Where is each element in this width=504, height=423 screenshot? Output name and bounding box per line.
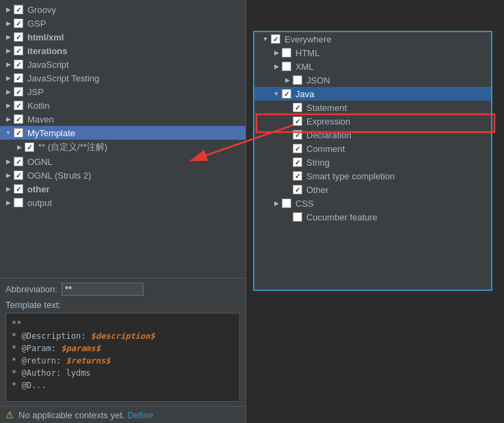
tree-item-ognl[interactable]: OGNL <box>0 155 246 168</box>
right-expander-comment <box>282 143 293 154</box>
right-checkbox-java[interactable] <box>282 89 291 99</box>
expander-javascript <box>3 59 14 70</box>
right-tree-item-java[interactable]: Java <box>254 87 491 101</box>
warning-bar: ⚠ No applicable contexts yet. Define <box>0 406 246 423</box>
tree-item-ognlstruts[interactable]: OGNL (Struts 2) <box>0 168 246 182</box>
right-tree-item-comment[interactable]: Comment <box>254 142 491 155</box>
checkbox-mytemplate[interactable] <box>14 128 23 138</box>
main-container: GroovyGSPhtml/xmliterationsJavaScriptJav… <box>0 0 504 423</box>
right-checkbox-statement[interactable] <box>293 103 302 112</box>
expander-ognl <box>3 156 14 167</box>
checkbox-mytemplate-child[interactable] <box>25 142 34 152</box>
abbreviation-input[interactable] <box>62 283 144 296</box>
right-expander-java <box>271 88 282 99</box>
right-checkbox-css[interactable] <box>282 198 291 208</box>
tree-item-mytemplate[interactable]: MyTemplate <box>0 126 246 140</box>
right-checkbox-comment[interactable] <box>293 144 302 153</box>
define-link[interactable]: Define <box>127 410 153 420</box>
template-code: *** @Description: $description$* @Param:… <box>5 313 240 402</box>
right-checkbox-declaration[interactable] <box>293 130 302 140</box>
tree-item-gsp[interactable]: GSP <box>0 16 246 30</box>
code-line: * @return: $returns$ <box>12 355 234 367</box>
right-tree-item-html[interactable]: HTML <box>254 46 491 60</box>
right-tree-item-xml[interactable]: XML <box>254 60 491 73</box>
tree-item-htmlxml[interactable]: html/xml <box>0 30 246 44</box>
warning-text: No applicable contexts yet. <box>18 410 124 420</box>
right-label-expression: Expression <box>306 116 350 127</box>
right-expander-declaration <box>282 129 293 140</box>
tree-item-jsp[interactable]: JSP <box>0 85 246 99</box>
right-tree-item-css[interactable]: CSS <box>254 196 491 210</box>
right-checkbox-json[interactable] <box>293 75 302 85</box>
checkbox-javascripttesting[interactable] <box>14 73 23 83</box>
tree-item-maven[interactable]: Maven <box>0 112 246 126</box>
expander-groovy <box>3 4 14 15</box>
tree-item-output[interactable]: output <box>0 196 246 209</box>
bottom-section: Abbreviation: Template text: *** @Descri… <box>0 278 246 406</box>
right-label-java: Java <box>295 89 314 99</box>
right-tree-item-everywhere[interactable]: Everywhere <box>254 32 491 46</box>
left-panel: GroovyGSPhtml/xmliterationsJavaScriptJav… <box>0 0 246 423</box>
right-tree-item-statement[interactable]: Statement <box>254 101 491 114</box>
right-checkbox-html[interactable] <box>282 48 291 57</box>
tree-label-output: output <box>27 198 52 208</box>
checkbox-htmlxml[interactable] <box>14 32 23 42</box>
right-checkbox-xml[interactable] <box>282 62 291 71</box>
expander-javascripttesting <box>3 73 14 84</box>
checkbox-javascript[interactable] <box>14 60 23 69</box>
abbreviation-row: Abbreviation: <box>5 283 240 296</box>
checkbox-output[interactable] <box>14 198 23 207</box>
tree-item-kotlin[interactable]: Kotlin <box>0 99 246 112</box>
right-label-xml: XML <box>295 62 314 72</box>
right-tree-item-expression[interactable]: Expression <box>254 114 491 128</box>
checkbox-gsp[interactable] <box>14 18 23 28</box>
expander-mytemplate-child <box>14 142 25 153</box>
right-checkbox-cucumber[interactable] <box>293 212 302 222</box>
tree-label-gsp: GSP <box>27 18 46 29</box>
right-expander-css <box>271 198 282 209</box>
expander-ognlstruts <box>3 170 14 181</box>
tree-label-iterations: iterations <box>27 46 68 56</box>
right-label-statement: Statement <box>306 103 347 113</box>
abbreviation-label: Abbreviation: <box>5 284 57 294</box>
expander-gsp <box>3 18 14 29</box>
right-expander-other2 <box>282 184 293 195</box>
right-checkbox-expression[interactable] <box>293 116 302 126</box>
template-text-label: Template text: <box>5 300 240 310</box>
checkbox-groovy[interactable] <box>14 5 23 14</box>
expander-htmlxml <box>3 31 14 42</box>
tree-item-mytemplate-child[interactable]: ** (自定义/**注解) <box>0 140 246 155</box>
right-checkbox-smarttype[interactable] <box>293 171 302 181</box>
tree-label-ognlstruts: OGNL (Struts 2) <box>27 170 91 181</box>
right-tree-item-cucumber[interactable]: Cucumber feature <box>254 210 491 224</box>
tree-item-groovy[interactable]: Groovy <box>0 3 246 16</box>
tree-item-other[interactable]: other <box>0 182 246 196</box>
right-label-json: JSON <box>306 75 330 86</box>
tree-label-maven: Maven <box>27 114 54 125</box>
tree-item-javascript[interactable]: JavaScript <box>0 57 246 71</box>
right-tree-item-string[interactable]: String <box>254 155 491 169</box>
right-checkbox-string[interactable] <box>293 157 302 167</box>
checkbox-jsp[interactable] <box>14 87 23 97</box>
tree-item-javascripttesting[interactable]: JavaScript Testing <box>0 71 246 85</box>
expander-maven <box>3 114 14 125</box>
right-tree-item-other2[interactable]: Other <box>254 183 491 196</box>
right-tree-item-json[interactable]: JSON <box>254 73 491 87</box>
checkbox-ognlstruts[interactable] <box>14 170 23 180</box>
right-expander-html <box>271 47 282 58</box>
right-label-css: CSS <box>295 198 314 209</box>
tree-label-javascripttesting: JavaScript Testing <box>27 73 99 84</box>
right-tree-item-smarttype[interactable]: Smart type completion <box>254 169 491 183</box>
right-checkbox-everywhere[interactable] <box>271 34 280 44</box>
right-checkbox-other2[interactable] <box>293 185 302 194</box>
right-tree-item-declaration[interactable]: Declaration <box>254 128 491 142</box>
checkbox-other[interactable] <box>14 184 23 194</box>
checkbox-iterations[interactable] <box>14 46 23 55</box>
right-panel: EverywhereHTMLXMLJSONJavaStatementExpres… <box>253 31 492 291</box>
right-label-cucumber: Cucumber feature <box>306 212 377 222</box>
tree-item-iterations[interactable]: iterations <box>0 44 246 57</box>
checkbox-kotlin[interactable] <box>14 101 23 110</box>
checkbox-ognl[interactable] <box>14 157 23 166</box>
checkbox-maven[interactable] <box>14 114 23 124</box>
code-line: * @Param: $params$ <box>12 342 234 355</box>
